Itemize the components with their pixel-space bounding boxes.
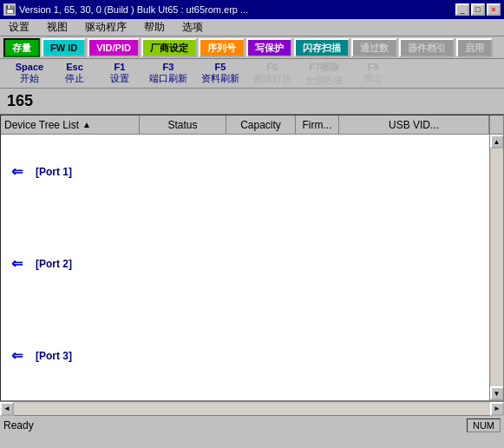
status-text: Ready (3, 419, 34, 432)
port1-label: [Port 1] (36, 166, 72, 178)
title-bar-text-area: 💾 Version 1, 65, 30, 0 (Build ) Bulk Ut6… (3, 3, 248, 16)
tab-passcount[interactable]: 通过数 (351, 38, 397, 57)
svg-text:⇐: ⇐ (11, 164, 23, 179)
menu-bar: 设置 视图 驱动程序 帮助 选项 (0, 19, 504, 36)
fkey-f5[interactable]: F5 资料刷新 (194, 62, 246, 85)
col-capacity[interactable]: Capacity (226, 115, 296, 134)
tab-enable[interactable]: 启用 (456, 38, 493, 57)
fkey-f1[interactable]: F1 设置 (97, 62, 142, 85)
scroll-up-button[interactable]: ▲ (490, 135, 504, 148)
svg-text:⇐: ⇐ (11, 256, 23, 271)
port3-item[interactable]: ⇐ [Port 3] (1, 345, 503, 367)
usb-icon-port2: ⇐ (11, 256, 30, 272)
menu-driver[interactable]: 驱动程序 (80, 19, 132, 36)
port1-item[interactable]: ⇐ [Port 1] (1, 161, 503, 183)
close-button[interactable]: × (487, 3, 501, 16)
counter-bar: 165 (0, 89, 504, 115)
minimize-button[interactable]: _ (455, 3, 469, 16)
title-text: Version 1, 65, 30, 0 (Build ) Bulk Ut65 … (19, 4, 248, 15)
fkey-space[interactable]: Space 开始 (7, 62, 52, 85)
horizontal-scrollbar[interactable]: ◄ ► (0, 401, 504, 415)
scroll-down-button[interactable]: ▼ (490, 386, 504, 400)
scroll-track[interactable] (491, 148, 503, 386)
column-header: Device Tree List ▲ Status Capacity Firm.… (1, 115, 503, 135)
function-key-bar: Space 开始 Esc 停止 F1 设置 F3 端口刷新 F5 资料刷新 F6… (0, 59, 504, 89)
port2-container: ⇐ [Port 2] (1, 253, 503, 275)
sort-arrow-icon: ▲ (82, 120, 91, 129)
fkey-f8: F8 弹出 (350, 62, 396, 85)
col-device-tree[interactable]: Device Tree List ▲ (1, 115, 140, 134)
col-firmware[interactable]: Firm... (296, 115, 339, 134)
port2-label: [Port 2] (36, 258, 72, 270)
col-usbvid[interactable]: USB VID... (339, 115, 489, 134)
tab-serial[interactable]: 序列号 (199, 38, 245, 57)
fkey-f7: F7擦除 全部区块 (298, 61, 350, 87)
port2-item[interactable]: ⇐ [Port 2] (1, 253, 503, 275)
fkey-f6: F6 擦除好块 (246, 62, 298, 85)
col-status[interactable]: Status (140, 115, 226, 134)
tab-devicefile[interactable]: 器件档引 (399, 38, 455, 57)
menu-options[interactable]: 选项 (177, 19, 208, 36)
tab-storage[interactable]: 存量 (3, 38, 40, 57)
svg-text:⇐: ⇐ (11, 348, 23, 363)
tab-manufacturer[interactable]: 厂商设定 (141, 38, 197, 57)
tree-content: ⇐ [Port 1] ⇐ [Port 2] ⇐ [Port 3] (1, 135, 503, 400)
window-controls: _ □ × (455, 3, 501, 16)
tab-flashscan[interactable]: 闪存扫描 (294, 38, 350, 57)
menu-settings[interactable]: 设置 (3, 19, 35, 36)
tab-fwid[interactable]: FW ID (42, 38, 86, 57)
app-icon: 💾 (3, 3, 16, 16)
port3-label: [Port 3] (36, 350, 72, 362)
h-scroll-track[interactable] (14, 403, 490, 415)
port1-container: ⇐ [Port 1] (1, 161, 503, 183)
menu-view[interactable]: 视图 (42, 19, 73, 36)
header-scroll-spacer (489, 115, 503, 134)
title-bar: 💾 Version 1, 65, 30, 0 (Build ) Bulk Ut6… (0, 0, 504, 19)
menu-help[interactable]: 帮助 (139, 19, 170, 36)
usb-icon-port3: ⇐ (11, 348, 30, 364)
tab-vidpid[interactable]: VID/PID (88, 38, 140, 57)
status-bar: Ready NUM (0, 415, 504, 434)
vertical-scrollbar[interactable]: ▲ ▼ (489, 135, 503, 400)
maximize-button[interactable]: □ (471, 3, 485, 16)
fkey-esc[interactable]: Esc 停止 (52, 62, 97, 85)
port3-container: ⇐ [Port 3] (1, 345, 503, 367)
counter-value: 165 (7, 92, 33, 110)
scroll-left-button[interactable]: ◄ (0, 402, 14, 416)
tab-writeprotect[interactable]: 写保护 (246, 38, 292, 57)
main-content-area: Device Tree List ▲ Status Capacity Firm.… (0, 115, 504, 401)
usb-icon-port1: ⇐ (11, 164, 30, 180)
fkey-f3[interactable]: F3 端口刷新 (142, 62, 194, 85)
toolbar: 存量 FW ID VID/PID 厂商设定 序列号 写保护 闪存扫描 通过数 器… (0, 36, 504, 59)
scroll-right-button[interactable]: ► (490, 402, 504, 416)
num-lock-indicator: NUM (467, 418, 501, 432)
